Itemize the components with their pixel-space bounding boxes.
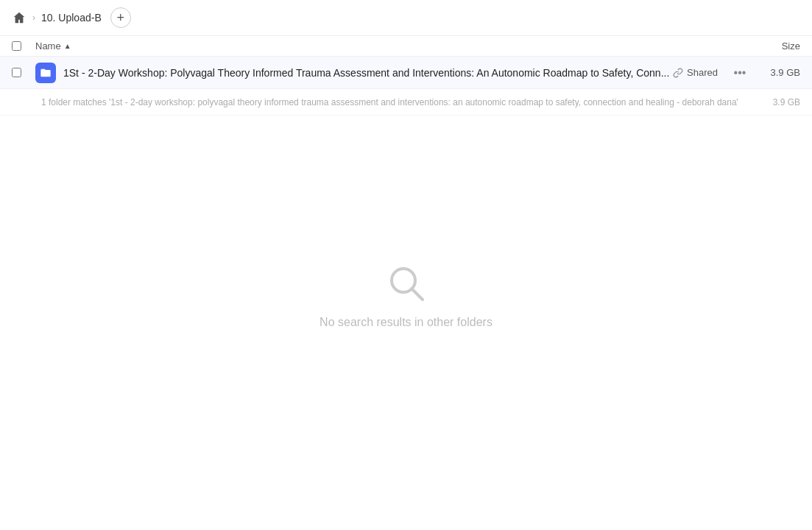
match-row: 1 folder matches '1st - 2-day workshop: …	[0, 89, 812, 116]
shared-label: Shared	[673, 67, 718, 78]
more-options-icon[interactable]: •••	[730, 66, 750, 80]
file-checkbox-input[interactable]	[12, 68, 21, 77]
empty-state: No search results in other folders	[0, 116, 812, 329]
breadcrumb-separator: ›	[32, 13, 35, 23]
add-button[interactable]: +	[110, 7, 131, 28]
size-column-header[interactable]: Size	[741, 40, 800, 52]
no-results-message: No search results in other folders	[319, 316, 493, 329]
select-all-input[interactable]	[12, 41, 21, 51]
column-headers: Name ▲ Size	[0, 36, 812, 57]
match-size: 3.9 GB	[756, 97, 800, 107]
home-icon[interactable]	[12, 10, 27, 25]
file-row-checkbox[interactable]	[12, 68, 35, 77]
folder-icon	[35, 63, 56, 83]
name-column-header[interactable]: Name ▲	[35, 40, 741, 52]
sort-indicator: ▲	[64, 42, 71, 50]
file-size: 3.9 GB	[756, 67, 800, 78]
match-text: 1 folder matches '1st - 2-day workshop: …	[41, 97, 756, 107]
shared-text: Shared	[687, 67, 718, 78]
file-name: 1St - 2-Day Workshop: Polyvagal Theory I…	[63, 67, 673, 79]
breadcrumb-folder[interactable]: 10. Upload-B	[41, 12, 102, 24]
no-results-search-icon	[386, 263, 427, 304]
file-row[interactable]: 1St - 2-Day Workshop: Polyvagal Theory I…	[0, 57, 812, 89]
name-label: Name	[35, 40, 61, 52]
breadcrumb-bar: › 10. Upload-B +	[0, 0, 812, 36]
link-icon	[673, 68, 683, 78]
select-all-checkbox[interactable]	[12, 41, 35, 51]
svg-line-1	[412, 289, 423, 300]
